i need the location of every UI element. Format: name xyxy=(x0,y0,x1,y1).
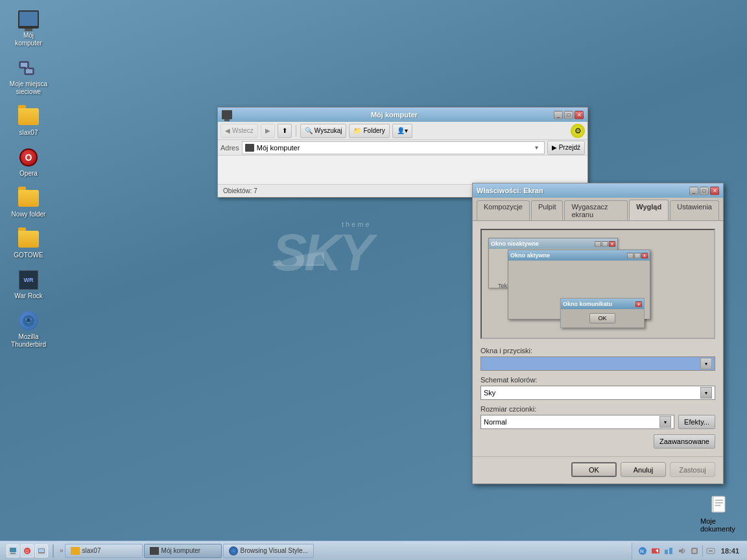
desktop-icon-slax07[interactable]: slax07 xyxy=(6,104,51,139)
dialog-minimize-button[interactable]: _ xyxy=(689,187,698,195)
tab-wyglad[interactable]: Wygląd xyxy=(629,200,669,220)
address-value: Mój komputer xyxy=(257,144,530,152)
go-button[interactable]: ▶ Przejdź xyxy=(547,141,585,155)
dialog-controls: _ □ ✕ xyxy=(689,187,719,195)
desktop-icon-moje-miejsca[interactable]: Moje miejsca sieciowe xyxy=(6,55,51,99)
tray-icon-network[interactable] xyxy=(663,546,674,556)
svg-rect-17 xyxy=(39,549,44,552)
svg-rect-9 xyxy=(715,500,723,501)
desktop-icon-moje-dokumenty[interactable]: Moje dokumenty xyxy=(698,493,742,535)
cancel-button[interactable]: Anuluj xyxy=(621,462,666,477)
tray-icon-2[interactable] xyxy=(650,546,661,556)
svg-rect-8 xyxy=(713,496,725,512)
address-dropdown-arrow[interactable]: ▾ xyxy=(532,144,541,151)
forward-button[interactable]: ▶ xyxy=(261,124,275,138)
ok-button[interactable]: OK xyxy=(571,462,617,477)
folders-button[interactable]: 📁 Foldery xyxy=(349,124,389,138)
desktop-icon-war-rock[interactable]: WR War Rock xyxy=(6,267,51,303)
monitor-icon-small xyxy=(150,547,159,555)
taskbar-task-moj-komputer[interactable]: Mój komputer xyxy=(144,544,222,558)
view-button[interactable]: 👤▾ xyxy=(392,124,412,138)
tab-wygaszacz[interactable]: Wygaszacz ekranu xyxy=(564,200,628,220)
desktop-icons: Mój komputer Moje miejsca sieciowe slax0… xyxy=(6,6,51,351)
window-controls: _ □ ✕ xyxy=(554,111,584,119)
effects-button[interactable]: Efekty... xyxy=(678,415,715,429)
warrock-icon: WR xyxy=(18,270,39,290)
font-size-label: Rozmiar czcionki: xyxy=(480,405,715,413)
tab-kompozycje[interactable]: Kompozycje xyxy=(477,200,530,220)
tray-icon-volume[interactable] xyxy=(676,546,687,556)
tray-icon-5[interactable] xyxy=(706,546,716,556)
taskbar-clock: 18:41 xyxy=(718,547,742,555)
desktop-icon-moj-komputer[interactable]: Mój komputer xyxy=(6,6,51,50)
maximize-button[interactable]: □ xyxy=(564,111,573,119)
monitor-icon xyxy=(18,9,39,30)
network-icon xyxy=(18,58,39,78)
font-size-row: Rozmiar czcionki: Normal ▾ Efekty... xyxy=(480,405,715,429)
tray-icon-4[interactable] xyxy=(689,546,700,556)
tray-separator xyxy=(702,545,703,557)
apply-button[interactable]: Zastosuj xyxy=(670,462,715,477)
search-button[interactable]: 🔍 Wyszukaj xyxy=(300,124,347,138)
taskbar-task-slax07[interactable]: slax07 xyxy=(65,544,143,558)
view-icon: 👤▾ xyxy=(397,127,408,134)
preview-ok-button[interactable]: OK xyxy=(589,313,615,323)
folders-icon: 📁 xyxy=(353,127,361,134)
desktop-icon-thunderbird[interactable]: Mozilla Thunderbird xyxy=(6,308,51,351)
desktop-icon-label: GOTOWE xyxy=(14,251,43,259)
up-button[interactable]: ⬆ xyxy=(278,124,292,138)
preview-inactive-controls: _ □ x xyxy=(595,241,615,247)
back-button[interactable]: ◀ Wstecz xyxy=(220,124,258,138)
quicklaunch-icons: O xyxy=(6,544,48,557)
svg-rect-22 xyxy=(665,550,668,554)
address-label: Adres xyxy=(220,144,239,152)
preview-scrollbar xyxy=(645,261,650,319)
font-size-arrow[interactable]: ▾ xyxy=(659,416,671,428)
font-size-select[interactable]: Normal ▾ xyxy=(480,415,674,429)
taskbar-task-browsing[interactable]: Browsing Visual Style... xyxy=(223,544,314,558)
back-arrow-icon: ◀ xyxy=(225,127,230,134)
quicklaunch-icon-2[interactable]: O xyxy=(21,544,34,557)
windows-buttons-label: Okna i przyciski: xyxy=(480,347,715,355)
separator xyxy=(296,125,296,137)
dialog-maximize-button[interactable]: □ xyxy=(700,187,709,195)
taskbar: O » slax07 Mój komputer xyxy=(0,541,747,560)
advanced-button[interactable]: Zaawansowane xyxy=(654,434,715,449)
window-icon xyxy=(222,110,232,119)
preview-message-dialog: Okno komunikatu x OK xyxy=(560,298,645,328)
minimize-button[interactable]: _ xyxy=(554,111,563,119)
quicklaunch-icon-3[interactable] xyxy=(35,544,48,557)
quicklaunch-show-desktop[interactable] xyxy=(6,544,19,557)
tray-icon-1[interactable]: N xyxy=(637,546,648,556)
desktop-icon-label: Mój komputer xyxy=(9,32,48,47)
color-scheme-select[interactable]: Sky ▾ xyxy=(480,386,715,400)
svg-marker-24 xyxy=(679,548,683,554)
windows-buttons-arrow[interactable]: ▾ xyxy=(700,358,712,369)
task-label: slax07 xyxy=(82,547,101,554)
desktop-icon-gotowe[interactable]: GOTOWE xyxy=(6,226,51,262)
font-size-input-row: Normal ▾ Efekty... xyxy=(480,415,715,429)
preview-close: x xyxy=(609,241,615,247)
task-label: Browsing Visual Style... xyxy=(241,547,308,554)
taskbar-more-arrow[interactable]: » xyxy=(58,547,65,554)
svg-rect-20 xyxy=(652,548,659,554)
tab-pulpit[interactable]: Pulpit xyxy=(531,200,563,220)
tab-ustawienia[interactable]: Ustawienia xyxy=(670,200,719,220)
address-bar[interactable]: Mój komputer ▾ xyxy=(242,141,545,154)
color-scheme-arrow[interactable]: ▾ xyxy=(700,387,712,399)
documents-icon xyxy=(709,495,730,517)
preview-active-title: Okno aktywne xyxy=(510,252,550,259)
close-button[interactable]: ✕ xyxy=(575,111,584,119)
desktop-icon-opera[interactable]: Opera xyxy=(6,145,51,180)
desktop-icon-label: Moje miejsca sieciowe xyxy=(9,80,48,96)
svg-rect-12 xyxy=(10,548,16,552)
preview-active-controls: _ □ x xyxy=(627,253,648,259)
color-scheme-row: Schemat kolorów: Sky ▾ xyxy=(480,376,715,400)
desktop-icon-nowy-folder[interactable]: Nowy folder xyxy=(6,185,51,221)
globe-icon-small xyxy=(229,546,238,555)
windows-buttons-input[interactable]: ▾ xyxy=(480,356,715,371)
thunderbird-icon xyxy=(18,310,39,331)
properties-dialog: Właściwości: Ekran _ □ ✕ Kompozycje Pulp… xyxy=(472,183,724,484)
dialog-close-button[interactable]: ✕ xyxy=(710,187,719,195)
folder-icon xyxy=(18,188,39,209)
